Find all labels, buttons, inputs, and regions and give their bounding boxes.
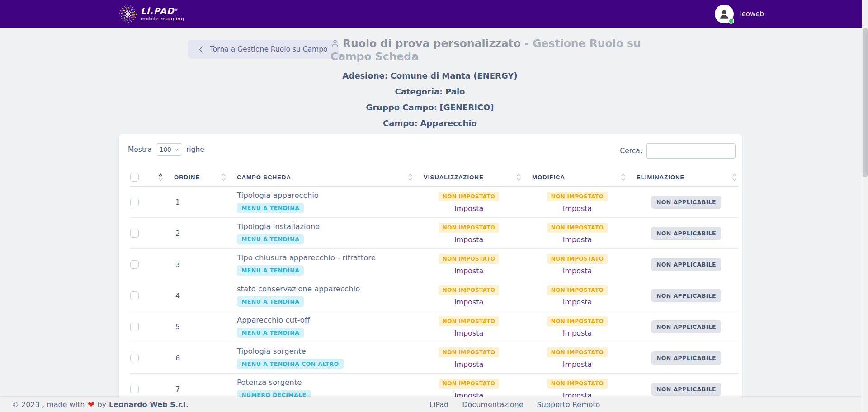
- visualizzazione-cell: NON IMPOSTATO Imposta: [424, 342, 532, 373]
- eliminazione-cell: NON APPLICABILE: [637, 218, 739, 248]
- header-select-all: [130, 168, 174, 186]
- modifica-status-badge: NON IMPOSTATO: [547, 285, 608, 295]
- table-row: 2 Tipologia installazione MENU A TENDINA…: [130, 218, 739, 249]
- sort-ascending-icon: [159, 174, 163, 176]
- modifica-imposta-link[interactable]: Imposta: [563, 298, 592, 306]
- sort-ascending-icon: [733, 174, 736, 176]
- sort-control[interactable]: [408, 173, 413, 181]
- user-menu[interactable]: leoweb: [715, 5, 764, 23]
- field-name: Tipologia installazione: [237, 222, 320, 231]
- visualizzazione-cell: NON IMPOSTATO Imposta: [424, 187, 532, 217]
- registered-mark: ®: [175, 8, 179, 12]
- modifica-imposta-link[interactable]: Imposta: [563, 235, 592, 244]
- lipad-logo[interactable]: Li.PAD® mobile mapping: [119, 5, 184, 23]
- sort-descending-icon: [159, 178, 163, 181]
- sort-control[interactable]: [621, 173, 626, 181]
- visualizzazione-imposta-link[interactable]: Imposta: [454, 360, 484, 369]
- row-checkbox[interactable]: [130, 385, 139, 393]
- table-row: 6 Tipologia sorgente MENU A TENDINA CON …: [130, 342, 739, 374]
- copyright-text: © 2023 , made with ❤ by Leonardo Web S.r…: [12, 400, 189, 409]
- logo-title: Li.PAD®: [141, 7, 184, 15]
- campo-scheda-cell: Tipo chiusura apparecchio - rifrattore M…: [237, 249, 424, 280]
- sort-control[interactable]: [732, 173, 737, 181]
- ordine-cell: 6: [174, 342, 237, 373]
- back-button-label: Torna a Gestione Ruolo su Campo: [210, 45, 328, 53]
- visualizzazione-imposta-link[interactable]: Imposta: [454, 329, 484, 337]
- eliminazione-cell: NON APPLICABILE: [637, 342, 739, 373]
- row-checkbox[interactable]: [130, 198, 139, 206]
- sort-descending-icon: [409, 178, 412, 181]
- modifica-cell: NON IMPOSTATO Imposta: [532, 342, 637, 373]
- visualizzazione-status-badge: NON IMPOSTATO: [439, 285, 499, 295]
- footer-link-documentazione[interactable]: Documentazione: [462, 400, 523, 409]
- ordine-cell: 4: [174, 280, 237, 311]
- visualizzazione-status-badge: NON IMPOSTATO: [439, 223, 499, 233]
- sort-descending-icon: [222, 178, 226, 181]
- modifica-cell: NON IMPOSTATO Imposta: [532, 187, 637, 217]
- row-checkbox[interactable]: [130, 229, 139, 238]
- user-avatar[interactable]: [715, 5, 734, 23]
- field-type-badge: MENU A TENDINA: [237, 328, 304, 338]
- table-header: ORDINE CAMPO SCHEDA VISUALIZZAZIONE MODI…: [130, 168, 739, 187]
- table-row: 1 Tipologia apparecchio MENU A TENDINA N…: [130, 187, 739, 218]
- header-modifica[interactable]: MODIFICA: [532, 168, 637, 186]
- header-visualizzazione[interactable]: VISUALIZZAZIONE: [424, 168, 532, 186]
- modifica-imposta-link[interactable]: Imposta: [563, 329, 592, 337]
- modifica-imposta-link[interactable]: Imposta: [563, 267, 592, 275]
- fields-table-card: Mostra 100 righe Cerca: ORDINE: [119, 134, 742, 412]
- row-checkbox[interactable]: [130, 260, 139, 269]
- search-input[interactable]: [646, 143, 736, 159]
- role-person-icon: [330, 39, 340, 48]
- person-icon: [718, 8, 730, 20]
- header-eliminazione[interactable]: ELIMINAZIONE: [637, 168, 739, 186]
- heart-icon: ❤: [87, 401, 94, 408]
- modifica-cell: NON IMPOSTATO Imposta: [532, 249, 637, 280]
- modifica-cell: NON IMPOSTATO Imposta: [532, 311, 637, 342]
- row-checkbox[interactable]: [130, 354, 139, 362]
- sort-control[interactable]: [158, 173, 163, 181]
- modifica-status-badge: NON IMPOSTATO: [547, 347, 608, 357]
- modifica-status-badge: NON IMPOSTATO: [547, 379, 608, 389]
- header-ordine[interactable]: ORDINE: [174, 168, 237, 186]
- scrollbar-track[interactable]: [862, 0, 868, 412]
- visualizzazione-imposta-link[interactable]: Imposta: [454, 235, 484, 244]
- modifica-imposta-link[interactable]: Imposta: [563, 204, 592, 213]
- visualizzazione-imposta-link[interactable]: Imposta: [454, 267, 484, 275]
- search-control: Cerca:: [620, 143, 736, 159]
- sort-descending-icon: [517, 178, 521, 181]
- sort-ascending-icon: [409, 174, 412, 176]
- company-name: Leonardo Web S.r.l.: [109, 400, 189, 409]
- visualizzazione-imposta-link[interactable]: Imposta: [454, 204, 484, 213]
- select-all-checkbox[interactable]: [130, 173, 139, 182]
- sort-control[interactable]: [221, 173, 226, 181]
- visualizzazione-status-badge: NON IMPOSTATO: [439, 316, 499, 326]
- info-campo: Campo: Apparecchio: [113, 118, 746, 129]
- online-status-dot: [728, 18, 734, 24]
- lipad-starburst-icon: [119, 5, 137, 23]
- eliminazione-status-badge: NON APPLICABILE: [651, 258, 721, 271]
- field-type-badge: MENU A TENDINA: [237, 265, 304, 276]
- table-row: 3 Tipo chiusura apparecchio - rifrattore…: [130, 249, 739, 280]
- field-name: Potenza sorgente: [237, 378, 302, 387]
- modifica-imposta-link[interactable]: Imposta: [563, 360, 592, 369]
- row-checkbox[interactable]: [130, 323, 139, 331]
- visualizzazione-imposta-link[interactable]: Imposta: [454, 298, 484, 306]
- info-adesione: Adesione: Comune di Manta (ENERGY): [113, 70, 746, 81]
- sort-control[interactable]: [516, 173, 521, 181]
- scrollbar-thumb[interactable]: [863, 28, 868, 177]
- modifica-cell: NON IMPOSTATO Imposta: [532, 280, 637, 311]
- row-checkbox[interactable]: [130, 291, 139, 300]
- ordine-cell: 1: [174, 187, 237, 217]
- visualizzazione-status-badge: NON IMPOSTATO: [439, 254, 499, 264]
- header-campo-scheda[interactable]: CAMPO SCHEDA: [237, 168, 424, 186]
- table-controls: Mostra 100 righe Cerca:: [119, 134, 742, 168]
- field-name: Apparecchio cut-off: [237, 316, 310, 325]
- page-size-select[interactable]: 100: [156, 143, 182, 156]
- page-title: Ruolo di prova personalizzato - Gestione…: [330, 37, 642, 63]
- back-button[interactable]: Torna a Gestione Ruolo su Campo: [188, 40, 339, 59]
- campo-scheda-cell: Apparecchio cut-off MENU A TENDINA: [237, 311, 424, 342]
- footer-link-supporto-remoto[interactable]: Supporto Remoto: [537, 400, 600, 409]
- field-type-badge: MENU A TENDINA: [237, 234, 304, 244]
- footer-link-lipad[interactable]: LiPad: [429, 400, 448, 409]
- field-name: Tipologia sorgente: [237, 347, 306, 356]
